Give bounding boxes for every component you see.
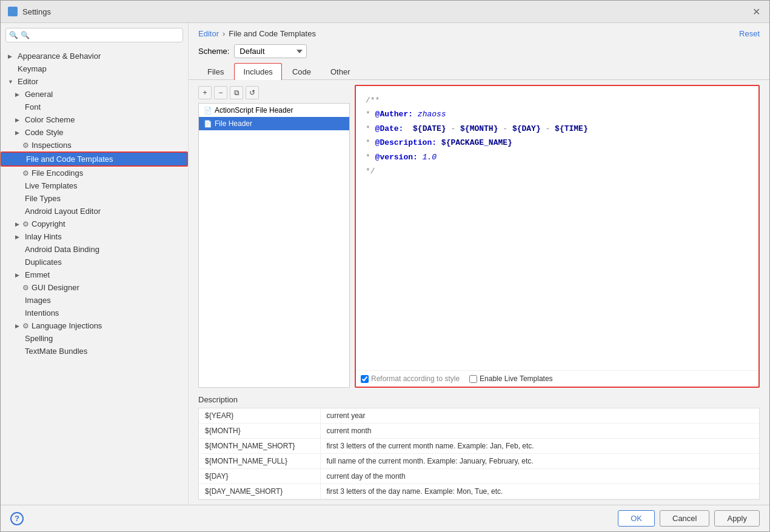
template-editor-panel: /** * @Auther: zhaoss * @Date: ${DATE} -… [355, 85, 760, 388]
reformat-label: Reformat according to style [361, 374, 460, 383]
tab-includes[interactable]: Includes [234, 63, 281, 80]
breadcrumb: Editor › File and Code Templates Reset [189, 23, 769, 42]
sidebar-item-label: Code Style [25, 128, 64, 137]
sidebar-item-codestyle[interactable]: ▶ Code Style [1, 126, 188, 139]
tab-code[interactable]: Code [283, 63, 320, 80]
tab-other[interactable]: Other [321, 63, 360, 80]
sidebar-item-androiddatabinding[interactable]: Android Data Binding [1, 243, 188, 256]
desc-cell: full name of the current month. Example:… [320, 454, 759, 469]
sidebar-item-intentions[interactable]: Intentions [1, 307, 188, 319]
search-input[interactable] [5, 28, 183, 42]
sidebar-item-label: Android Data Binding [25, 245, 99, 254]
table-row: ${MONTH_NAME_FULL} full name of the curr… [199, 454, 759, 469]
sidebar-item-inlayhints[interactable]: ▶ Inlay Hints [1, 230, 188, 243]
sidebar-item-label: Appearance & Behavior [18, 52, 101, 61]
copy-template-button[interactable]: ⧉ [230, 86, 243, 99]
sidebar-tree: ▶ Appearance & Behavior Keymap ▼ Editor [1, 47, 188, 505]
help-button[interactable]: ? [10, 512, 24, 525]
sidebar-item-filetypes[interactable]: File Types [1, 192, 188, 205]
sidebar-item-label: File and Code Templates [26, 155, 113, 164]
sidebar-item-general[interactable]: ▶ General [1, 88, 188, 101]
description-table: ${YEAR} current year ${MONTH} current mo… [198, 408, 760, 500]
expand-icon: ▶ [15, 117, 22, 123]
sidebar-item-label: Live Templates [25, 181, 77, 190]
template-list-panel: + − ⧉ ↺ 📄 ActionScript File Header 📄 Fil… [198, 85, 350, 388]
sidebar-item-label: Language Injections [32, 321, 102, 330]
expand-icon: ▶ [15, 272, 22, 278]
sidebar-item-guidesigner[interactable]: ⚙ GUI Designer [1, 281, 188, 294]
sidebar-item-label: Inlay Hints [25, 232, 62, 241]
sidebar-item-label: Color Scheme [25, 115, 75, 124]
ok-button[interactable]: OK [618, 510, 655, 527]
expand-icon: ▶ [15, 221, 22, 227]
code-line-3: * @Date: ${DATE} - ${MONTH} - ${DAY} - $… [366, 122, 749, 136]
search-box: 🔍 [5, 28, 183, 42]
reformat-checkbox[interactable] [361, 375, 369, 383]
sidebar-item-androidlayout[interactable]: Android Layout Editor [1, 205, 188, 218]
sidebar-item-languageinjections[interactable]: ▶ ⚙ Language Injections [1, 319, 188, 332]
desc-cell: current day of the month [320, 469, 759, 484]
live-templates-checkbox[interactable] [469, 375, 477, 383]
sidebar-item-images[interactable]: Images [1, 294, 188, 307]
expand-icon: ▼ [8, 79, 15, 85]
sidebar-item-keymap[interactable]: Keymap [1, 62, 188, 75]
dialog-title: Settings [22, 7, 745, 16]
cancel-button[interactable]: Cancel [660, 510, 709, 527]
var-cell: ${MONTH_NAME_SHORT} [199, 439, 320, 454]
sidebar-item-label: Images [25, 296, 51, 305]
close-icon[interactable]: ✕ [750, 5, 762, 18]
reset-template-button[interactable]: ↺ [246, 86, 259, 99]
sidebar-item-livetemplates[interactable]: Live Templates [1, 179, 188, 192]
code-line-6: */ [366, 164, 749, 178]
code-line-2: * @Auther: zhaoss [366, 107, 749, 121]
file-icon: 📄 [204, 107, 212, 115]
sidebar-item-editor[interactable]: ▼ Editor [1, 75, 188, 88]
code-line-4: * @Description: ${PACKAGE_NAME} [366, 136, 749, 150]
breadcrumb-parent[interactable]: Editor [198, 29, 219, 38]
sidebar-item-label: Copyright [32, 219, 65, 228]
footer-left: ? [10, 512, 24, 525]
sidebar-item-spelling[interactable]: Spelling [1, 332, 188, 345]
expand-icon: ▶ [15, 234, 22, 240]
sidebar-item-font[interactable]: Font [1, 101, 188, 113]
gui-icon: ⚙ [22, 284, 29, 292]
apply-button[interactable]: Apply [714, 510, 760, 527]
sidebar-item-label: Editor [18, 77, 38, 86]
sidebar-item-label: File Types [25, 194, 61, 203]
code-editor[interactable]: /** * @Auther: zhaoss * @Date: ${DATE} -… [356, 86, 758, 370]
table-row: ${DAY_NAME_SHORT} first 3 letters of the… [199, 484, 759, 499]
sidebar-item-fileencodings[interactable]: ⚙ File Encodings [1, 167, 188, 179]
reset-button[interactable]: Reset [739, 29, 760, 38]
sidebar-item-inspections[interactable]: ⚙ Inspections [1, 139, 188, 151]
sidebar-item-label: Intentions [25, 308, 59, 318]
remove-template-button[interactable]: − [214, 86, 227, 99]
sidebar-item-copyright[interactable]: ▶ ⚙ Copyright [1, 218, 188, 230]
template-list-item-fileheader[interactable]: 📄 File Header [199, 117, 349, 130]
sidebar-item-appearance[interactable]: ▶ Appearance & Behavior [1, 50, 188, 62]
sidebar-item-label: Emmet [25, 270, 50, 279]
sidebar-item-label: Android Layout Editor [25, 207, 101, 216]
table-row: ${MONTH} current month [199, 424, 759, 439]
desc-cell: first 3 letters of the current month nam… [320, 439, 759, 454]
sidebar-item-label: Duplicates [25, 258, 62, 267]
template-item-label: ActionScript File Header [215, 106, 293, 115]
sidebar-item-filecodetemplates[interactable]: File and Code Templates [1, 151, 188, 167]
scheme-select[interactable]: Default Project [234, 44, 307, 58]
template-list-item-actionscript[interactable]: 📄 ActionScript File Header [199, 104, 349, 117]
add-template-button[interactable]: + [198, 86, 212, 99]
var-cell: ${YEAR} [199, 408, 320, 424]
desc-cell: current month [320, 424, 759, 439]
desc-cell: current year [320, 408, 759, 424]
tab-files[interactable]: Files [198, 63, 233, 80]
main-content: 🔍 ▶ Appearance & Behavior Keymap [1, 23, 769, 505]
table-row: ${DAY} current day of the month [199, 469, 759, 484]
sidebar-item-colorscheme[interactable]: ▶ Color Scheme [1, 113, 188, 126]
scheme-row: Scheme: Default Project [189, 42, 769, 63]
sidebar: 🔍 ▶ Appearance & Behavior Keymap [1, 23, 189, 505]
sidebar-item-duplicates[interactable]: Duplicates [1, 256, 188, 268]
sidebar-item-label: Spelling [25, 334, 53, 343]
sidebar-item-label: Inspections [32, 141, 72, 150]
sidebar-item-emmet[interactable]: ▶ Emmet [1, 268, 188, 281]
template-body: + − ⧉ ↺ 📄 ActionScript File Header 📄 Fil… [189, 80, 769, 393]
sidebar-item-textmatebundles[interactable]: TextMate Bundles [1, 345, 188, 357]
